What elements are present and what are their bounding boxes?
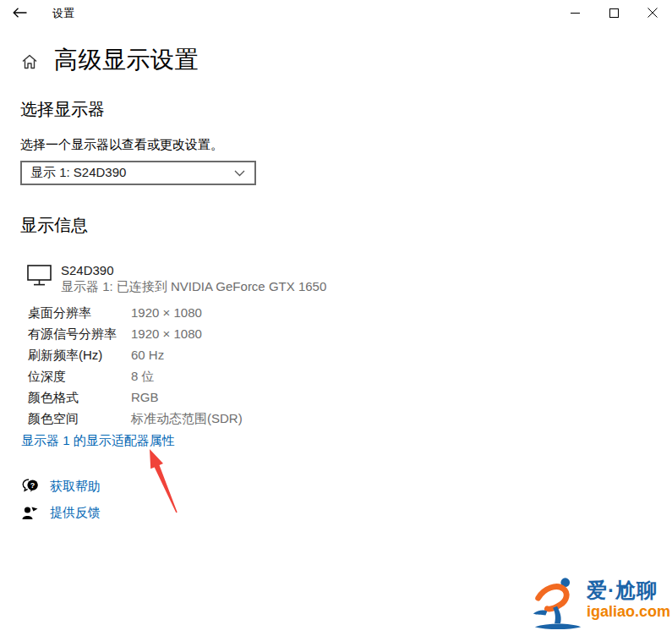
svg-text:?: ? (30, 481, 36, 490)
prop-label: 桌面分辨率 (28, 302, 131, 323)
monitor-connection: 显示器 1: 已连接到 NVIDIA GeForce GTX 1650 (61, 278, 326, 294)
minimize-icon (571, 6, 580, 21)
table-row: 有源信号分辨率 1920 × 1080 (28, 323, 243, 344)
watermark-logo: 爱·尬聊 igaliao.com (531, 573, 670, 631)
prop-value: 标准动态范围(SDR) (131, 408, 243, 429)
running-figure-icon (531, 573, 585, 631)
display-adapter-properties-link[interactable]: 显示器 1 的显示适配器属性 (21, 433, 175, 449)
prop-value: 60 Hz (131, 344, 164, 365)
get-help-label: 获取帮助 (50, 479, 101, 495)
feedback-person-icon (21, 503, 40, 522)
window-title: 设置 (52, 6, 74, 21)
back-button[interactable] (0, 0, 39, 27)
table-row: 桌面分辨率 1920 × 1080 (28, 302, 243, 323)
page-title: 高级显示设置 (54, 44, 199, 76)
give-feedback-label: 提供反馈 (50, 505, 101, 521)
maximize-icon (609, 6, 619, 21)
monitor-summary: S24D390 显示器 1: 已连接到 NVIDIA GeForce GTX 1… (27, 262, 326, 294)
title-bar: 设置 (0, 0, 672, 27)
choose-display-heading: 选择显示器 (20, 98, 105, 121)
display-properties-table: 桌面分辨率 1920 × 1080 有源信号分辨率 1920 × 1080 刷新… (28, 302, 243, 429)
help-speech-bubble-icon: ? (21, 477, 40, 496)
settings-window: 设置 高级显示设置 选择显示器 选择一个显示器以查看或更改设置。 显示 1: S… (0, 0, 672, 636)
monitor-name: S24D390 (61, 262, 326, 278)
display-info-heading: 显示信息 (20, 214, 88, 237)
chevron-down-icon (234, 170, 245, 177)
table-row: 位深度 8 位 (28, 365, 243, 387)
table-row: 颜色空间 标准动态范围(SDR) (28, 408, 243, 429)
close-icon (647, 6, 658, 21)
minimize-button[interactable] (555, 0, 594, 27)
prop-label: 颜色格式 (28, 387, 131, 408)
choose-display-description: 选择一个显示器以查看或更改设置。 (20, 137, 223, 153)
close-button[interactable] (633, 0, 672, 27)
maximize-button[interactable] (594, 0, 633, 27)
monitor-icon (27, 265, 52, 287)
give-feedback-link[interactable]: 提供反馈 (21, 503, 101, 522)
get-help-link[interactable]: ? 获取帮助 (21, 477, 101, 496)
page-header: 高级显示设置 (21, 44, 199, 76)
prop-label: 位深度 (28, 365, 131, 387)
prop-label: 刷新频率(Hz) (28, 344, 131, 365)
table-row: 刷新频率(Hz) 60 Hz (28, 344, 243, 365)
prop-label: 颜色空间 (28, 408, 131, 429)
watermark-brand-text: 爱·尬聊 (587, 578, 670, 602)
display-selector-value: 显示 1: S24D390 (22, 165, 234, 181)
prop-value: 1920 × 1080 (131, 323, 202, 344)
home-icon (21, 53, 38, 70)
prop-value: RGB (131, 387, 159, 408)
display-selector-dropdown[interactable]: 显示 1: S24D390 (20, 161, 256, 185)
prop-value: 8 位 (131, 365, 155, 387)
table-row: 颜色格式 RGB (28, 387, 243, 408)
prop-label: 有源信号分辨率 (28, 323, 131, 344)
prop-value: 1920 × 1080 (131, 302, 202, 323)
watermark-site-text: igaliao.com (587, 602, 670, 621)
back-arrow-icon (13, 6, 27, 21)
